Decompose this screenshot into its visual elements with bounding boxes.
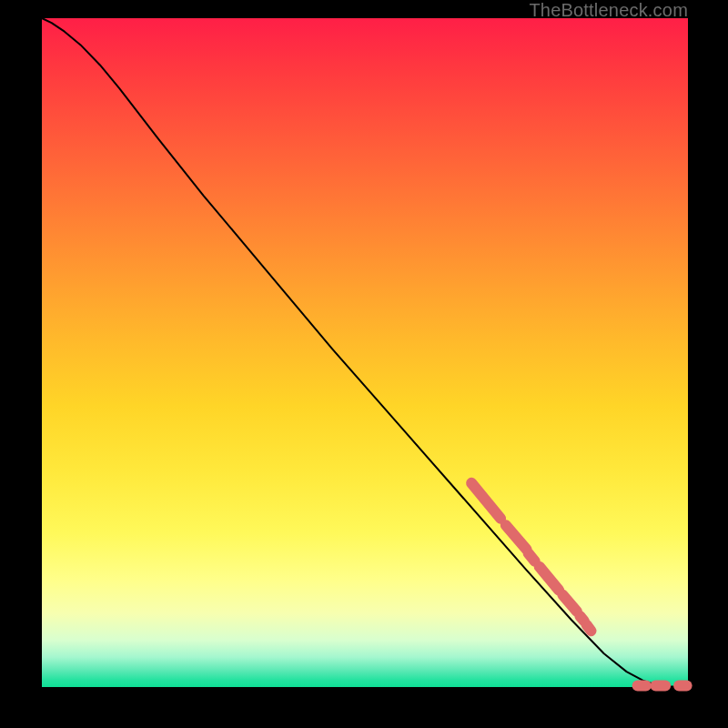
highlight-segment xyxy=(562,595,577,612)
bottleneck-curve xyxy=(42,18,688,687)
plot-area xyxy=(42,18,688,687)
highlight-segment xyxy=(580,616,583,621)
highlight-segments xyxy=(471,483,686,686)
chart-svg xyxy=(42,18,688,687)
highlight-segment xyxy=(587,625,592,632)
highlight-segment xyxy=(506,525,527,549)
chart-stage: TheBottleneck.com xyxy=(0,0,728,728)
highlight-segment xyxy=(529,553,535,561)
